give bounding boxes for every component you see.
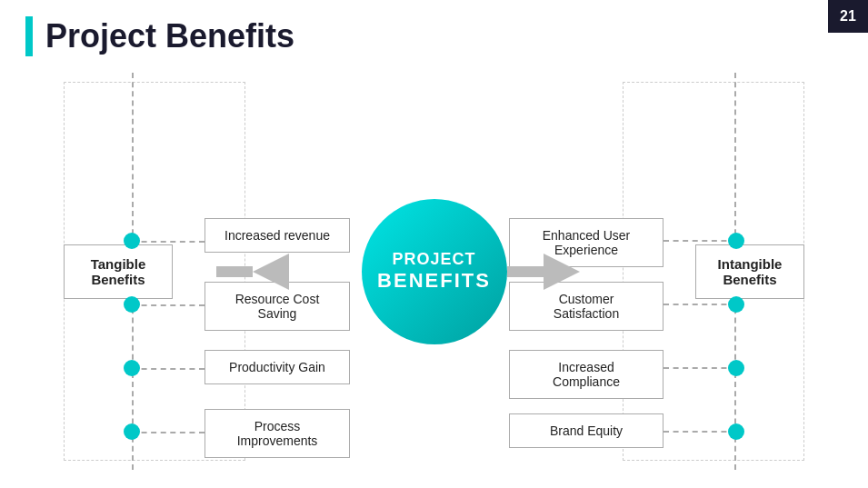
hline-right-4 [663, 431, 736, 433]
hline-left-4 [132, 432, 205, 433]
dot-left-2 [124, 296, 140, 313]
dot-right-3 [728, 360, 744, 376]
benefit-item-brand-equity: Brand Equity [509, 413, 663, 448]
page-title: Project Benefits [45, 17, 294, 55]
svg-rect-2 [507, 266, 544, 277]
benefit-item-process: ProcessImprovements [205, 409, 350, 458]
dot-left-4 [124, 423, 140, 440]
diagram-container: TangibleBenefits IntangibleBenefits PROJ… [45, 73, 823, 470]
hline-left-3 [132, 368, 205, 370]
svg-rect-1 [216, 266, 253, 277]
svg-marker-0 [253, 254, 289, 290]
hline-right-3 [663, 367, 736, 369]
page-title-container: Project Benefits [25, 16, 294, 56]
dot-right-4 [728, 423, 744, 440]
center-top-text: PROJECT [392, 250, 475, 269]
hline-left-1 [132, 241, 205, 243]
hline-right-1 [663, 240, 736, 242]
center-circle: PROJECT BENEFITS [362, 199, 507, 344]
dot-right-2 [728, 296, 744, 313]
svg-marker-3 [544, 254, 580, 290]
hline-right-2 [663, 304, 736, 305]
dot-left-1 [124, 233, 140, 249]
title-accent-bar [25, 16, 33, 56]
left-arrow [216, 254, 289, 290]
intangible-benefits-header: IntangibleBenefits [695, 244, 804, 299]
tangible-benefits-header: TangibleBenefits [64, 244, 173, 299]
page-number-badge: 21 [828, 0, 868, 33]
benefit-item-productivity: Productivity Gain [205, 350, 350, 384]
benefit-item-increased-compliance: IncreasedCompliance [509, 350, 663, 399]
dot-left-3 [124, 360, 140, 376]
benefit-item-increased-revenue: Increased revenue [205, 218, 350, 253]
center-bottom-text: BENEFITS [377, 269, 491, 293]
hline-left-2 [132, 304, 205, 306]
dot-right-1 [728, 233, 744, 249]
right-arrow [507, 254, 580, 290]
